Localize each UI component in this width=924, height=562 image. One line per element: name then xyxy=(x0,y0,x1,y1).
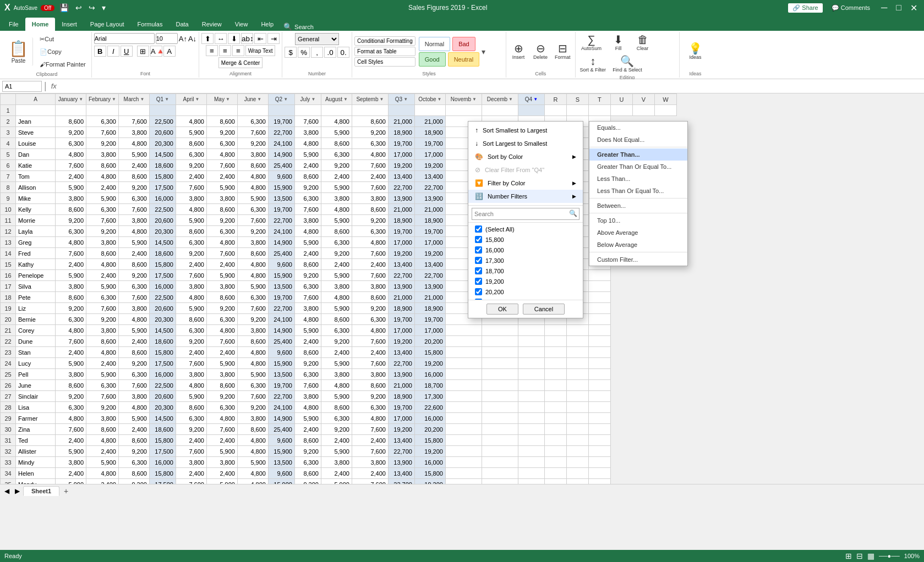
cell-r13-c10[interactable]: 5,900 xyxy=(294,237,321,248)
cell-r12-c6[interactable]: 8,600 xyxy=(176,226,206,237)
cell-r19-c3[interactable]: 7,600 xyxy=(86,303,119,314)
col-header-s[interactable]: S xyxy=(566,94,588,105)
cell-r8-c2[interactable]: 5,900 xyxy=(56,182,86,193)
filter-above-average[interactable]: Above Average xyxy=(589,227,687,239)
cell-r9-c10[interactable]: 6,300 xyxy=(294,193,321,204)
cell-extra-r27-c5[interactable] xyxy=(588,391,610,402)
cell-r33-c3[interactable]: 5,900 xyxy=(86,457,119,468)
cell-q1[interactable] xyxy=(518,105,544,116)
cell-r29-c10[interactable]: 5,900 xyxy=(294,413,321,424)
number-filters-item[interactable]: 🔢 Number Filters xyxy=(468,190,583,203)
cell-r7-c2[interactable]: 2,400 xyxy=(56,171,86,182)
col-header-l[interactable]: Septemb ▼ xyxy=(352,94,388,105)
save-icon[interactable]: 💾 xyxy=(58,3,70,13)
cell-r10-c12[interactable]: 8,600 xyxy=(352,204,388,215)
cell-r32-c11[interactable]: 5,900 xyxy=(321,446,352,457)
cell-r26-c4[interactable]: 7,600 xyxy=(118,380,149,391)
align-bottom-button[interactable]: ⬇ xyxy=(228,33,240,44)
cell-r33-c8[interactable]: 5,900 xyxy=(237,457,268,468)
cell-r20-c12[interactable]: 6,300 xyxy=(352,314,388,325)
cell-r13-c5[interactable]: 14,500 xyxy=(149,237,176,248)
cell-r32-c4[interactable]: 9,200 xyxy=(118,446,149,457)
cell-r6-c5[interactable]: 18,600 xyxy=(149,160,176,171)
cell-r27-c5[interactable]: 20,600 xyxy=(149,391,176,402)
cell-q4-r33[interactable]: 16,000 xyxy=(414,457,445,468)
cut-button[interactable]: ✂ Cut xyxy=(36,33,89,45)
cell-name-33[interactable]: Mindy xyxy=(16,457,56,468)
cell-r10-c2[interactable]: 8,600 xyxy=(56,204,86,215)
cell-r6-c8[interactable]: 8,600 xyxy=(237,160,268,171)
cell-r4-c7[interactable]: 6,300 xyxy=(206,138,237,149)
cell-r6-c13[interactable]: 19,200 xyxy=(388,160,414,171)
cell-r17-c5[interactable]: 16,000 xyxy=(149,281,176,292)
cell-r17-c7[interactable]: 3,800 xyxy=(206,281,237,292)
cell-r9-c3[interactable]: 5,900 xyxy=(86,193,119,204)
cell-r19-c8[interactable]: 7,600 xyxy=(237,303,268,314)
col-header-c[interactable]: February ▼ xyxy=(86,94,119,105)
cell-r35-c2[interactable]: 5,900 xyxy=(56,479,86,484)
cell-r28-c4[interactable]: 4,800 xyxy=(118,402,149,413)
cell-o1[interactable] xyxy=(445,105,482,116)
cell-r19-c9[interactable]: 22,700 xyxy=(268,303,294,314)
cell-r30-c7[interactable]: 7,600 xyxy=(206,424,237,435)
cell-r33-c7[interactable]: 3,800 xyxy=(206,457,237,468)
cell-r22-c12[interactable]: 7,600 xyxy=(352,336,388,347)
cell-e1[interactable] xyxy=(149,105,176,116)
cell-r9-c4[interactable]: 6,300 xyxy=(118,193,149,204)
tab-insert[interactable]: Insert xyxy=(55,18,84,31)
cell-u1[interactable] xyxy=(610,105,632,116)
tab-review[interactable]: Review xyxy=(195,18,228,31)
merge-center-button[interactable]: Merge & Center xyxy=(218,57,263,68)
cell-r11-c12[interactable]: 9,200 xyxy=(352,215,388,226)
cell-r31-c11[interactable]: 2,400 xyxy=(321,435,352,446)
cell-w1[interactable] xyxy=(654,105,676,116)
cell-r14-c5[interactable]: 18,600 xyxy=(149,248,176,259)
cell-a1[interactable] xyxy=(16,105,56,116)
cell-r14-c3[interactable]: 8,600 xyxy=(86,248,119,259)
cell-r10-c10[interactable]: 7,600 xyxy=(294,204,321,215)
cell-r32-c3[interactable]: 2,400 xyxy=(86,446,119,457)
cell-r30-c10[interactable]: 2,400 xyxy=(294,424,321,435)
cell-r33-c5[interactable]: 16,000 xyxy=(149,457,176,468)
cell-r27-c9[interactable]: 22,700 xyxy=(268,391,294,402)
cell-extra-r21-c0[interactable] xyxy=(445,325,482,336)
copy-button[interactable]: 📄 Copy xyxy=(36,46,89,58)
cell-r8-c10[interactable]: 9,200 xyxy=(294,182,321,193)
cell-name-10[interactable]: Kelly xyxy=(16,204,56,215)
cell-r2-c7[interactable]: 8,600 xyxy=(206,116,237,127)
cell-r27-c4[interactable]: 3,800 xyxy=(118,391,149,402)
cell-r33-c13[interactable]: 13,900 xyxy=(388,457,414,468)
filter-equals[interactable]: Equals... xyxy=(589,122,687,134)
cell-r22-c8[interactable]: 8,600 xyxy=(237,336,268,347)
cell-t1[interactable] xyxy=(588,105,610,116)
col-header-a[interactable]: A xyxy=(16,94,56,105)
cell-r15-c7[interactable]: 2,400 xyxy=(206,259,237,270)
cell-r15-c9[interactable]: 9,600 xyxy=(268,259,294,270)
cell-name-16[interactable]: Penelope xyxy=(16,270,56,281)
filter-search-input[interactable] xyxy=(472,208,579,220)
fill-button[interactable]: ⬇ Fill xyxy=(608,33,630,52)
cell-r27-c3[interactable]: 7,600 xyxy=(86,391,119,402)
cell-r10-c9[interactable]: 19,700 xyxy=(268,204,294,215)
cell-r14-c12[interactable]: 7,600 xyxy=(352,248,388,259)
cell-q4-r6[interactable]: 19,200 xyxy=(414,160,445,171)
cell-r5-c11[interactable]: 6,300 xyxy=(321,149,352,160)
cell-extra-r25-c5[interactable] xyxy=(588,369,610,380)
cell-r11-c8[interactable]: 7,600 xyxy=(237,215,268,226)
cell-extra-r28-c0[interactable] xyxy=(445,402,482,413)
cell-r18-c10[interactable]: 7,600 xyxy=(294,292,321,303)
cell-r22-c10[interactable]: 2,400 xyxy=(294,336,321,347)
cell-extra-r34-c1[interactable] xyxy=(482,468,518,479)
cell-r3-c2[interactable]: 9,200 xyxy=(56,127,86,138)
cell-r33-c2[interactable]: 3,800 xyxy=(56,457,86,468)
styles-scroll-down[interactable]: ▾ xyxy=(480,46,486,57)
col-header-t[interactable]: T xyxy=(588,94,610,105)
cell-r17-c12[interactable]: 3,800 xyxy=(352,281,388,292)
cell-extra-r33-c5[interactable] xyxy=(588,457,610,468)
cell-r20-c5[interactable]: 20,300 xyxy=(149,314,176,325)
filter-greater-than-equal[interactable]: Greater Than Or Equal To... xyxy=(589,161,687,173)
cell-r31-c2[interactable]: 2,400 xyxy=(56,435,86,446)
cell-r3-c8[interactable]: 7,600 xyxy=(237,127,268,138)
cell-r9-c8[interactable]: 5,900 xyxy=(237,193,268,204)
filter-cancel-button[interactable]: Cancel xyxy=(523,304,565,315)
